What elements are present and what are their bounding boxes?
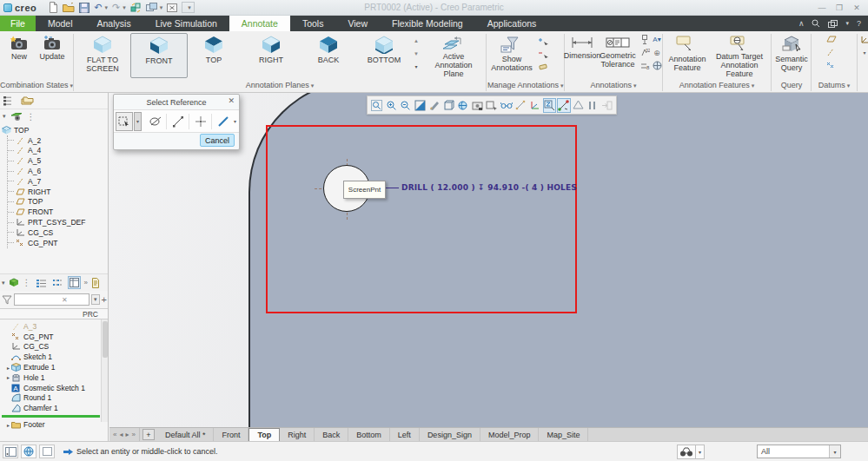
selection-filter-combobox[interactable]: All ▾: [757, 445, 841, 458]
plane-gallery-more-icon[interactable]: ▾: [410, 61, 422, 72]
state-tab-right[interactable]: Right: [280, 428, 315, 441]
group-label-annotation-features[interactable]: Annotation Features: [664, 81, 770, 93]
new-file-icon[interactable]: [49, 2, 58, 14]
datum-plane-icon[interactable]: [825, 33, 837, 44]
window-switch-button[interactable]: [146, 2, 163, 14]
geometric-tolerance-button[interactable]: Geometric Tolerance: [599, 33, 637, 78]
dialog-close-icon[interactable]: ✕: [228, 96, 235, 105]
state-tab-bottom[interactable]: Bottom: [348, 428, 390, 441]
search-icon[interactable]: [812, 19, 820, 28]
active-annotation-plane-button[interactable]: Active Annotation Plane: [424, 33, 483, 78]
erase-annotation-icon[interactable]: [538, 61, 550, 72]
select-line-icon[interactable]: [213, 112, 233, 131]
customize-toolbar-button[interactable]: [182, 2, 195, 13]
group-label-annotation-planes[interactable]: Annotation Planes: [75, 81, 485, 93]
find-tool[interactable]: ▾: [677, 445, 705, 459]
scroll-down-icon[interactable]: ▼: [410, 48, 422, 59]
reference-designator-icon[interactable]: ⊕: [651, 47, 663, 58]
datum-target-annotation-feature-button[interactable]: Datum Target Annotation Feature: [711, 33, 768, 78]
surface-finish-icon[interactable]: 32: [639, 47, 651, 58]
select-box-dropdown-icon[interactable]: ▾: [134, 112, 142, 131]
tab-flexible-modeling[interactable]: Flexible Modeling: [380, 16, 475, 31]
symbol-annotation-icon[interactable]: A▾: [651, 34, 663, 45]
tree-filter-input[interactable]: [15, 294, 60, 305]
display-style-icon[interactable]: [427, 98, 441, 113]
selection-filter-dropdown-icon[interactable]: ▾: [829, 445, 840, 458]
spin-center-icon[interactable]: [557, 98, 571, 113]
scroll-up-icon[interactable]: ▲: [410, 35, 422, 46]
tab-applications[interactable]: Applications: [475, 16, 549, 31]
remove-annotation-icon[interactable]: [538, 48, 550, 59]
close-window-icon[interactable]: [167, 2, 177, 14]
select-midpoint-icon[interactable]: [190, 112, 210, 131]
tree-report-icon[interactable]: [91, 278, 100, 288]
tree-item-csys[interactable]: PRT_CSYS_DEF: [8, 217, 108, 227]
feature-tree-scrollbar[interactable]: [101, 319, 109, 422]
perspective-icon[interactable]: [572, 98, 586, 113]
ftree-filter-dropdown-icon[interactable]: ▾: [2, 280, 5, 286]
tree-root[interactable]: TOP: [2, 125, 108, 135]
exit-view-icon[interactable]: [600, 98, 614, 113]
shading-style-icon[interactable]: [442, 98, 456, 113]
state-tab-top[interactable]: Top: [248, 428, 280, 441]
model-tree-tab-icon[interactable]: [3, 95, 13, 107]
right-plane-button[interactable]: RIGHT: [243, 33, 299, 78]
save-icon[interactable]: [79, 2, 89, 14]
tree-item-plane[interactable]: RIGHT: [8, 187, 108, 197]
feature-tree-column-header[interactable]: PRC: [0, 308, 109, 319]
filter-funnel-icon[interactable]: [2, 295, 12, 305]
add-filter-icon[interactable]: +: [102, 294, 107, 305]
select-line-dropdown-icon[interactable]: ▾: [234, 118, 236, 124]
utility-dropdown-icon[interactable]: ▾: [845, 20, 849, 27]
select-box-icon[interactable]: [116, 112, 133, 131]
tree-settings-icon[interactable]: ⋮: [27, 112, 36, 122]
prev-tab-icon[interactable]: ◂: [119, 431, 123, 438]
overflow-more-icon[interactable]: ▾: [858, 47, 868, 58]
tab-live-simulation[interactable]: Live Simulation: [143, 16, 229, 31]
switch-windows-icon[interactable]: [828, 20, 838, 28]
pause-icon[interactable]: [586, 98, 600, 113]
add-state-tab-button[interactable]: +: [142, 429, 155, 440]
filter-history-dropdown-icon[interactable]: ▾: [91, 294, 100, 305]
tab-file[interactable]: File: [0, 16, 36, 31]
ftree-model-icon[interactable]: [9, 278, 19, 287]
tree-item-footer[interactable]: ▸Footer: [0, 419, 109, 430]
redo-button[interactable]: ↷: [112, 2, 126, 14]
tab-view[interactable]: View: [335, 16, 380, 31]
back-plane-button[interactable]: BACK: [304, 33, 353, 78]
tree-item-axis[interactable]: A_5: [8, 155, 108, 166]
add-annotation-icon[interactable]: [538, 35, 550, 46]
bottom-plane-button[interactable]: BOTTOM: [359, 33, 409, 78]
tree-show-icon[interactable]: [10, 112, 23, 122]
state-tab-left[interactable]: Left: [390, 428, 420, 441]
graphics-area[interactable]: DRILL ( 12.000 ) ↧ 94.910 -( 4 ) HOLES S…: [109, 93, 868, 427]
minimize-icon[interactable]: —: [814, 2, 830, 14]
tree-item-csys[interactable]: CG_CS: [5, 342, 109, 352]
state-tab-front[interactable]: Front: [214, 428, 248, 441]
group-label-datums[interactable]: Datums: [812, 81, 856, 93]
tree-item-axis[interactable]: A_2: [8, 135, 108, 146]
state-tab-design-sign[interactable]: Design_Sign: [420, 428, 480, 441]
tree-item-axis[interactable]: A_3: [5, 321, 109, 332]
tab-analysis[interactable]: Analysis: [85, 16, 143, 31]
dialog-title[interactable]: Select Reference ✕: [114, 95, 239, 109]
state-tab-back[interactable]: Back: [315, 428, 348, 441]
next-tab-icon[interactable]: ▸: [125, 431, 129, 438]
axes-display-icon[interactable]: [528, 98, 542, 113]
tree-filter-dropdown-icon[interactable]: ▾: [3, 113, 6, 120]
coordinate-system-icon[interactable]: [858, 34, 868, 45]
tree-item-axis[interactable]: A_6: [8, 166, 108, 176]
annotation-feature-button[interactable]: Annotation Feature: [666, 33, 709, 78]
first-tab-icon[interactable]: «: [113, 431, 116, 438]
last-tab-icon[interactable]: »: [131, 431, 135, 438]
group-label-combination-states[interactable]: Combination States: [0, 81, 72, 93]
zoom-out-icon[interactable]: [399, 98, 413, 113]
update-combination-state-button[interactable]: Update: [36, 33, 68, 78]
refit-icon[interactable]: [370, 98, 384, 113]
front-plane-button[interactable]: FRONT: [130, 33, 188, 78]
datum-point-icon[interactable]: [825, 59, 837, 70]
close-icon[interactable]: ✕: [849, 2, 865, 14]
tab-annotate[interactable]: Annotate: [229, 16, 290, 31]
find-dropdown-icon[interactable]: ▾: [695, 445, 704, 458]
datum-axis-icon[interactable]: [825, 46, 837, 57]
